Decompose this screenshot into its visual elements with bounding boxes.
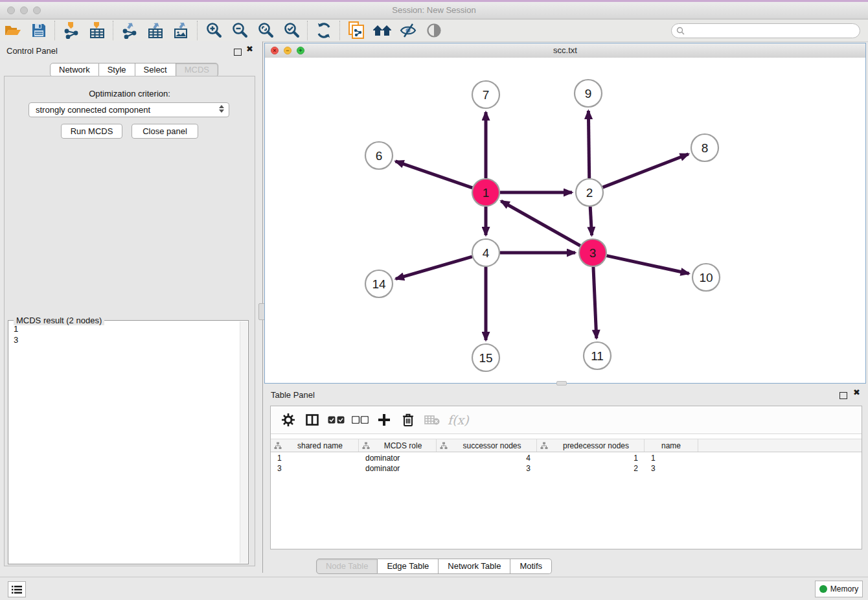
tab-node-table[interactable]: Node Table <box>316 559 378 574</box>
task-history-button[interactable] <box>8 581 26 597</box>
graph-edge-3-11[interactable] <box>593 267 597 338</box>
graph-edge-2-9[interactable] <box>588 111 589 178</box>
table-cell[interactable]: 1 <box>271 453 359 463</box>
horizontal-splitter-grip[interactable] <box>556 381 567 386</box>
column-header-successor-nodes[interactable]: successor nodes <box>437 439 537 452</box>
export-network-icon[interactable] <box>117 20 143 41</box>
zoom-selected-icon[interactable] <box>279 20 304 41</box>
save-session-icon[interactable] <box>26 20 52 41</box>
graph-node-4[interactable]: 4 <box>472 239 499 266</box>
graph-edge-3-1[interactable] <box>501 201 580 246</box>
column-header-label: name <box>645 441 698 450</box>
table-cell[interactable]: 4 <box>437 453 537 463</box>
birds-eye-view-icon[interactable] <box>421 20 447 41</box>
zoom-in-icon[interactable] <box>201 20 227 41</box>
export-image-icon[interactable] <box>168 20 194 41</box>
table-settings-gear-icon[interactable] <box>276 409 300 431</box>
float-table-panel-icon[interactable] <box>839 390 847 402</box>
table-cell[interactable]: 1 <box>645 453 698 463</box>
deselect-all-rows-icon[interactable] <box>348 409 372 431</box>
hide-graphics-details-icon[interactable] <box>395 20 421 41</box>
mcds-result-list[interactable]: 13 <box>10 323 239 562</box>
run-mcds-button[interactable]: Run MCDS <box>61 124 122 139</box>
close-table-panel-icon[interactable]: ✖ <box>853 389 860 396</box>
graph-node-3[interactable]: 3 <box>579 239 606 266</box>
optimization-criterion-select[interactable]: strongly connected component <box>29 102 229 117</box>
search-icon <box>676 27 685 35</box>
close-panel-button[interactable]: Close panel <box>131 124 198 139</box>
graph-node-10[interactable]: 10 <box>692 264 720 291</box>
column-header-shared-name[interactable]: shared name <box>271 439 359 452</box>
graph-edge-3-10[interactable] <box>606 256 689 274</box>
graph-node-6[interactable]: 6 <box>365 142 393 169</box>
refresh-layout-icon[interactable] <box>311 20 337 41</box>
column-header-predecessor-nodes[interactable]: predecessor nodes <box>537 439 645 452</box>
tab-mcds[interactable]: MCDS <box>176 63 218 77</box>
table-panel-tabs: Node TableEdge TableNetwork TableMotifs <box>0 559 868 574</box>
mcds-result-node: 1 <box>14 323 239 334</box>
memory-button[interactable]: Memory <box>815 581 863 597</box>
network-canvas[interactable]: 7968124314101511 <box>265 58 865 383</box>
table-cell[interactable]: 1 <box>537 453 645 463</box>
zoom-fit-icon[interactable] <box>253 20 279 41</box>
svg-text:3: 3 <box>589 246 597 260</box>
clone-network-icon[interactable] <box>343 20 369 41</box>
import-table-icon[interactable] <box>84 20 110 41</box>
home-overview-icon[interactable] <box>369 20 395 41</box>
tab-edge-table[interactable]: Edge Table <box>378 559 439 574</box>
delete-table-icon[interactable] <box>420 409 444 431</box>
toolbar-separator <box>307 21 308 40</box>
table-cell[interactable]: 2 <box>537 463 645 474</box>
table-toolbar: f(x) <box>271 406 862 434</box>
graph-node-9[interactable]: 9 <box>575 80 602 107</box>
table-cell[interactable]: 3 <box>271 463 359 474</box>
column-tree-icon <box>440 442 448 450</box>
column-header-name[interactable]: name <box>645 439 698 452</box>
delete-column-icon[interactable] <box>396 409 420 431</box>
network-graph: 7968124314101511 <box>265 58 865 383</box>
graph-node-2[interactable]: 2 <box>576 179 603 206</box>
main-titlebar: Session: New Session <box>0 2 868 19</box>
svg-text:2: 2 <box>586 186 593 200</box>
graph-edge-2-8[interactable] <box>603 154 689 187</box>
table-cell[interactable]: 3 <box>645 463 698 474</box>
tab-motifs[interactable]: Motifs <box>510 559 552 574</box>
graph-node-14[interactable]: 14 <box>365 270 393 297</box>
import-network-icon[interactable] <box>58 20 84 41</box>
search-input[interactable] <box>671 23 860 38</box>
column-header-mcds-role[interactable]: MCDS role <box>359 439 437 452</box>
graph-node-11[interactable]: 11 <box>584 342 611 369</box>
close-panel-icon[interactable]: ✖ <box>246 46 253 52</box>
table-row[interactable]: 1dominator411 <box>271 453 862 463</box>
export-table-icon[interactable] <box>143 20 168 41</box>
table-cell[interactable]: dominator <box>359 453 437 463</box>
result-scrollbar[interactable] <box>240 321 247 563</box>
zoom-out-icon[interactable] <box>227 20 253 41</box>
svg-text:9: 9 <box>585 87 592 100</box>
svg-text:4: 4 <box>483 246 490 260</box>
select-all-rows-icon[interactable] <box>324 409 348 431</box>
tab-network[interactable]: Network <box>50 63 99 77</box>
tab-select[interactable]: Select <box>135 63 176 77</box>
graph-edge-2-3[interactable] <box>590 207 591 235</box>
network-window-titlebar[interactable]: × − + scc.txt <box>265 43 865 58</box>
function-builder-icon[interactable]: f(x) <box>448 413 469 427</box>
table-cell[interactable]: dominator <box>359 463 437 474</box>
graph-node-15[interactable]: 15 <box>472 344 499 371</box>
open-session-icon[interactable] <box>0 20 26 41</box>
tab-style[interactable]: Style <box>99 63 135 77</box>
float-panel-icon[interactable] <box>234 47 242 58</box>
svg-text:11: 11 <box>591 349 604 363</box>
column-header-label: successor nodes <box>448 441 536 450</box>
graph-node-7[interactable]: 7 <box>472 81 499 108</box>
add-column-icon[interactable] <box>372 409 396 431</box>
graph-node-8[interactable]: 8 <box>691 134 718 161</box>
table-cell[interactable]: 3 <box>437 463 537 474</box>
list-icon <box>12 585 22 594</box>
graph-node-1[interactable]: 1 <box>472 179 499 206</box>
column-layout-icon[interactable] <box>300 409 324 431</box>
tab-network-table[interactable]: Network Table <box>439 559 510 574</box>
graph-edge-4-14[interactable] <box>396 257 472 279</box>
table-row[interactable]: 3dominator323 <box>271 463 862 474</box>
graph-edge-1-6[interactable] <box>396 161 473 188</box>
